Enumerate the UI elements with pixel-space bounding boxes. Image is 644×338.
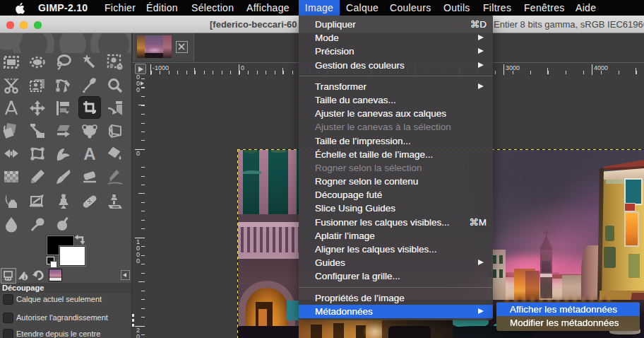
svg-text:A: A — [83, 146, 95, 163]
